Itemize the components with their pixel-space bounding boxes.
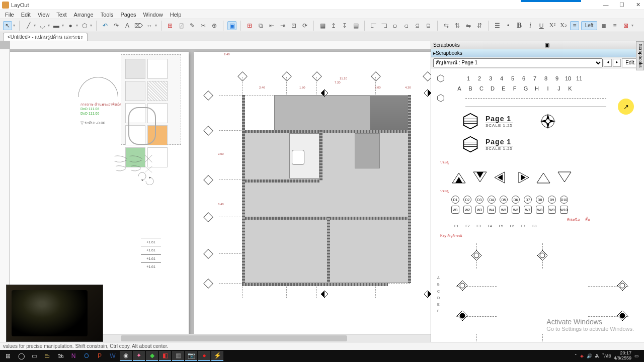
camera-icon[interactable]: 📷	[185, 351, 197, 361]
tray-vol-icon[interactable]: 🔊	[587, 353, 592, 358]
refresh-icon[interactable]: ⟳	[300, 21, 309, 30]
start-button-icon[interactable]: ⊞	[2, 351, 14, 361]
label-tool-icon[interactable]: ⌦	[134, 21, 143, 30]
redo-icon[interactable]: ↷	[112, 21, 121, 30]
maximize-button[interactable]: ☐	[618, 2, 626, 8]
menu-tools[interactable]: Tools	[98, 12, 117, 18]
arc-tool-icon[interactable]: ◡	[38, 21, 47, 30]
chrome-icon[interactable]: ◉	[120, 351, 132, 361]
window-labels-row[interactable]: W1W2W3W4W5W6W7W8W9W10	[451, 206, 639, 214]
space-v-icon[interactable]: ⇅	[453, 21, 462, 30]
line-tool-icon[interactable]: ╱	[24, 21, 33, 30]
text-align-label[interactable]: Left	[581, 21, 597, 30]
menu-edit[interactable]: Edit	[18, 12, 34, 18]
hexagon-icon[interactable]	[436, 94, 445, 103]
grid-letters[interactable]: ABCDEFGHIJK	[456, 85, 639, 92]
menu-pages[interactable]: Pages	[117, 12, 139, 18]
onenote-icon[interactable]: N	[67, 351, 79, 361]
tray-clock[interactable]: 20:174/8/2559	[614, 351, 631, 361]
align-top-icon[interactable]: ⫏	[402, 21, 411, 30]
kb-icon[interactable]: ⚡	[211, 351, 223, 361]
undo-icon[interactable]: ↶	[101, 21, 110, 30]
select-tool-icon[interactable]: ↖	[3, 21, 12, 30]
align-bot-icon[interactable]: ⫒	[424, 21, 433, 30]
underline-icon[interactable]: U	[537, 21, 546, 30]
sub-icon[interactable]: X₂	[559, 21, 568, 30]
prev-page-icon[interactable]: ⇤	[267, 21, 276, 30]
front-icon[interactable]: ▦	[318, 21, 327, 30]
scrapbooks-body[interactable]: 1234567891011 ABCDEFGHIJK Page 1SCALE 1:…	[431, 68, 644, 342]
menu-help[interactable]: Help	[167, 12, 185, 18]
sketchup-icon[interactable]: ◧	[159, 351, 171, 361]
space-h-icon[interactable]: ⇆	[442, 21, 451, 30]
minimize-button[interactable]: —	[602, 2, 610, 8]
tray-notif-icon[interactable]: ▭	[634, 353, 639, 358]
present-icon[interactable]: ▣	[227, 21, 236, 30]
hexagon-icon[interactable]	[436, 74, 445, 83]
add-page-icon[interactable]: ⊞	[245, 21, 254, 30]
tray-chevron-icon[interactable]: ˄	[575, 353, 577, 358]
backward-icon[interactable]: ↧	[340, 21, 349, 30]
app-icon-1[interactable]: ✦	[133, 351, 145, 361]
tray-lang[interactable]: ไทย	[603, 352, 611, 359]
scrapbook-next-icon[interactable]: ▸	[613, 59, 621, 67]
strike-icon[interactable]: X²	[548, 21, 557, 30]
menu-file[interactable]: File	[2, 12, 17, 18]
layout-app-icon[interactable]: ▦	[172, 351, 184, 361]
flip-v-icon[interactable]: ⇵	[475, 21, 484, 30]
tray-net-icon[interactable]: 🖧	[595, 353, 600, 358]
menu-view[interactable]: View	[35, 12, 53, 18]
menu-window[interactable]: Window	[140, 12, 166, 18]
task-view-icon[interactable]: ▭	[28, 351, 40, 361]
scrapbook-select[interactable]: สัญลักษณ์ : Page 1	[433, 58, 603, 67]
close-button[interactable]: ✕	[634, 2, 642, 8]
title-block-1[interactable]: Page 1SCALE 1:25	[461, 112, 639, 130]
join-tool-icon[interactable]: ⊕	[210, 21, 219, 30]
next-page-icon[interactable]: ⇥	[278, 21, 287, 30]
tray-wifi-icon[interactable]: ◈	[580, 353, 584, 358]
text-center-icon[interactable]: ≣	[599, 21, 608, 30]
explorer-icon[interactable]: 🗀	[41, 351, 53, 361]
north-arrow-icon[interactable]	[539, 112, 557, 130]
record-icon[interactable]: ●	[198, 351, 210, 361]
bold-icon[interactable]: B	[515, 21, 524, 30]
side-tab-scrapbooks[interactable]: Scrapbooks	[636, 41, 644, 70]
align-center-icon[interactable]: ⫎	[380, 21, 389, 30]
outlook-icon[interactable]: O	[80, 351, 93, 361]
word-icon[interactable]: W	[107, 351, 119, 361]
table-tool-icon[interactable]: ⊞	[166, 21, 175, 30]
page-right[interactable]: 2.40	[194, 52, 431, 334]
door-labels-row[interactable]: D1D2D3D4D5D6D7D8D9D10	[451, 196, 639, 204]
menu-text[interactable]: Text	[53, 12, 69, 18]
circle-tool-icon[interactable]: ●	[66, 21, 75, 30]
align-right-icon[interactable]: ⫐	[391, 21, 400, 30]
list-icon[interactable]: ☰	[493, 21, 502, 30]
align-mid-icon[interactable]: ⫑	[413, 21, 422, 30]
line-app-icon[interactable]: ◆	[146, 351, 158, 361]
powerpoint-icon[interactable]: P	[94, 351, 106, 361]
flip-h-icon[interactable]: ⇋	[464, 21, 473, 30]
back-icon[interactable]: ▤	[351, 21, 360, 30]
style-tool-icon[interactable]: ✎	[188, 21, 197, 30]
italic-icon[interactable]: i	[526, 21, 535, 30]
title-block-2[interactable]: Page 1SCALE 1:25	[461, 135, 639, 153]
solid-line-sample[interactable]	[465, 107, 606, 107]
text-tool-icon[interactable]: A	[123, 21, 132, 30]
search-icon[interactable]: ◯	[15, 351, 27, 361]
floor-labels-row[interactable]: F1F2F3F4F5F6F7F8	[454, 224, 639, 228]
zoom-icon[interactable]: ⊡	[289, 21, 298, 30]
text-del-icon[interactable]: ⊠	[621, 21, 630, 30]
document-tab[interactable]: <Untitled> - แปลนรูปด้าน และระยะ	[3, 33, 88, 41]
grid-numbers[interactable]: 1234567891011	[465, 75, 582, 81]
split-tool-icon[interactable]: ✂	[199, 21, 208, 30]
system-tray[interactable]: ˄ ◈ 🔊 🖧 ไทย 20:174/8/2559 ▭	[575, 351, 642, 361]
dash-line-sample[interactable]	[465, 98, 606, 99]
text-left-icon[interactable]: ≡	[570, 21, 579, 30]
panel-pin-icon[interactable]: ▣	[543, 42, 551, 48]
dimension-tool-icon[interactable]: ↔	[145, 21, 154, 30]
forward-icon[interactable]: ↥	[329, 21, 338, 30]
bullet-icon[interactable]: •	[504, 21, 513, 30]
align-left-icon[interactable]: ⫍	[369, 21, 378, 30]
rectangle-tool-icon[interactable]: ▬	[52, 21, 61, 30]
scrapbook-prev-icon[interactable]: ◂	[604, 59, 612, 67]
